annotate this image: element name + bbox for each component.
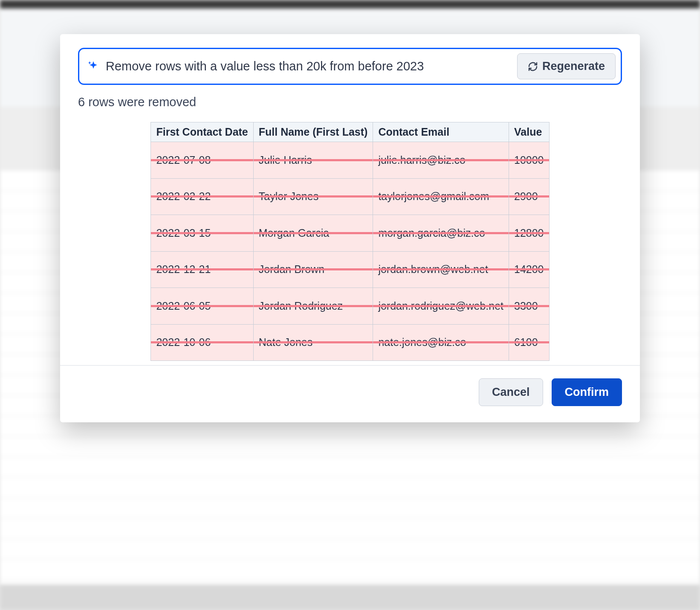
confirm-button[interactable]: Confirm: [552, 378, 622, 406]
cell-value: 14200: [509, 251, 549, 288]
cell-name: Taylor Jones: [253, 178, 373, 215]
cell-email: nate.jones@biz.co: [373, 324, 509, 361]
table-row: 2022-06-05Jordan Rodriguezjordan.rodrigu…: [151, 288, 549, 325]
status-text: 6 rows were removed: [78, 95, 622, 109]
cell-value: 3300: [509, 288, 549, 325]
cell-date: 2022-07-08: [151, 142, 253, 179]
table-row: 2022-10-06Nate Jonesnate.jones@biz.co610…: [151, 324, 549, 361]
cell-name: Morgan Garcia: [253, 215, 373, 252]
ai-prompt-input[interactable]: [106, 59, 511, 73]
table-row: 2022-02-22Taylor Jonestaylorjones@gmail.…: [151, 178, 549, 215]
ai-prompt-bar: Regenerate: [78, 48, 622, 85]
cell-date: 2022-02-22: [151, 178, 253, 215]
cell-email: jordan.rodriguez@web.net: [373, 288, 509, 325]
table-row: 2022-03-15Morgan Garciamorgan.garcia@biz…: [151, 215, 549, 252]
sparkle-icon: [87, 60, 100, 73]
cell-value: 12800: [509, 215, 549, 252]
cell-value: 10000: [509, 142, 549, 179]
col-header-name: Full Name (First Last): [253, 122, 373, 142]
cell-email: morgan.garcia@biz.co: [373, 215, 509, 252]
cell-date: 2022-06-05: [151, 288, 253, 325]
cell-date: 2022-03-15: [151, 215, 253, 252]
col-header-email: Contact Email: [373, 122, 509, 142]
cell-value: 2900: [509, 178, 549, 215]
cell-name: Jordan Brown: [253, 251, 373, 288]
cell-name: Nate Jones: [253, 324, 373, 361]
regenerate-button[interactable]: Regenerate: [517, 53, 616, 79]
cancel-button[interactable]: Cancel: [479, 378, 543, 406]
dialog-footer: Cancel Confirm: [60, 365, 640, 422]
modal-overlay: Regenerate 6 rows were removed First Con…: [0, 0, 700, 610]
cell-email: taylorjones@gmail.com: [373, 178, 509, 215]
removed-rows-table: First Contact Date Full Name (First Last…: [150, 122, 549, 361]
regenerate-label: Regenerate: [542, 60, 605, 73]
table-header-row: First Contact Date Full Name (First Last…: [151, 122, 549, 142]
col-header-date: First Contact Date: [151, 122, 253, 142]
table-row: 2022-07-08Julie Harrisjulie.harris@biz.c…: [151, 142, 549, 179]
cell-value: 6100: [509, 324, 549, 361]
cell-name: Jordan Rodriguez: [253, 288, 373, 325]
col-header-value: Value: [509, 122, 549, 142]
dialog: Regenerate 6 rows were removed First Con…: [60, 34, 640, 422]
cell-email: julie.harris@biz.co: [373, 142, 509, 179]
cell-date: 2022-10-06: [151, 324, 253, 361]
cell-date: 2022-12-21: [151, 251, 253, 288]
refresh-icon: [528, 61, 538, 72]
cell-name: Julie Harris: [253, 142, 373, 179]
table-row: 2022-12-21Jordan Brownjordan.brown@web.n…: [151, 251, 549, 288]
cell-email: jordan.brown@web.net: [373, 251, 509, 288]
